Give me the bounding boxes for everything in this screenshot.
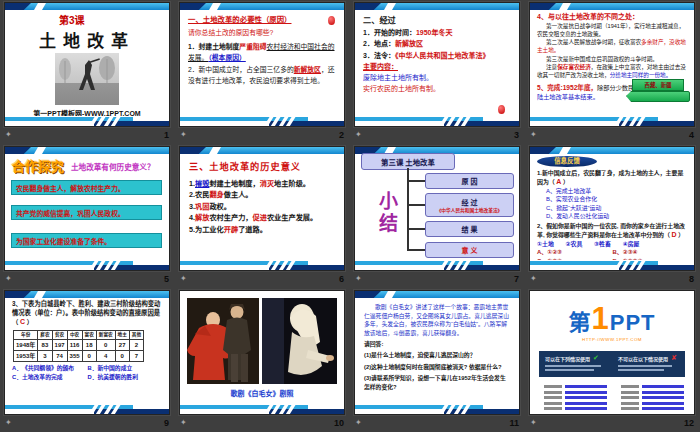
farmer-photo <box>55 53 119 105</box>
slide-thumbnail-10[interactable]: 歌剧《白毛女》剧照 <box>180 291 344 414</box>
slide-cell-6: 三、土地改革的历史意义 1.摧毁封建土地制度，消灭地主阶级。 2.农民翻身做主人… <box>175 144 350 288</box>
slide-thumbnail-5[interactable]: 合作探究 土地改革有何历史意义？ 农民翻身做主人，解放农村生产力。 共产党的威信… <box>5 147 169 270</box>
slide-thumbnail-11[interactable]: 歌剧《白毛女》讲述了这样一个故事：恶霸地主黄世仁逼死佃户杨白劳，又企图将其女儿霸… <box>355 291 519 414</box>
slide-number: 6 <box>339 274 344 284</box>
template-top-band <box>355 3 519 10</box>
link-row[interactable] <box>544 396 607 399</box>
section-heading: 三、土地改革的历史意义 <box>189 160 338 175</box>
slide-number: 7 <box>514 274 519 284</box>
template-top-band <box>530 147 694 154</box>
template-top-band <box>5 291 169 298</box>
animation-indicator-icon[interactable]: ✦ <box>5 419 12 427</box>
table-cell: 7 <box>129 350 143 361</box>
node-process: 经 过《中华人民共和国土地改革法》 <box>425 193 514 217</box>
table-cell: 83 <box>38 339 52 350</box>
connector-2 <box>407 204 425 206</box>
link-column-left <box>544 385 607 413</box>
template-top-band <box>180 147 344 154</box>
meaning-item-1: 1.摧毁封建土地制度，消灭地主阶级。 <box>189 178 338 190</box>
connector-4 <box>407 249 425 251</box>
link-row[interactable] <box>621 402 684 405</box>
template-top-band <box>530 3 694 10</box>
quiz2-items: ①土地 ②农具 ③牲畜 ④房屋 <box>537 240 688 248</box>
quiz1-option-c: C、掀起“大跃进”运动 <box>537 204 688 212</box>
slide-thumbnail-2[interactable]: 一、土地改革的必要性（原因） 请你总结土改的原因有哪些? 1．封建土地制度严重阻… <box>180 3 344 126</box>
link-row[interactable] <box>544 402 607 405</box>
slide-thumbnail-3[interactable]: 二、经过 1．开始的时间：1950年冬天 2．地点：新解放区 3．法令：《中华人… <box>355 3 519 126</box>
slide-cell-10: 歌剧《白毛女》剧照 ✦ 10 <box>175 288 350 432</box>
slide-cell-2: 一、土地改革的必要性（原因） 请你总结土改的原因有哪些? 1．封建土地制度严重阻… <box>175 0 350 144</box>
slide-number: 12 <box>684 418 694 428</box>
slide-cell-5: 合作探究 土地改革有何历史意义？ 农民翻身做主人，解放农村生产力。 共产党的威信… <box>0 144 175 288</box>
slide-number: 2 <box>339 130 344 140</box>
slide-thumbnail-1[interactable]: 第3课 土地改革 第一PPT模板网-WWW.1PPT.COM <box>5 3 169 126</box>
usage-note-line <box>618 365 672 367</box>
quiz-question-1: 1.新中国成立后，农民翻了身，成为土地的主人，主要是因为（ A ） <box>537 169 688 187</box>
slide-thumbnail-4[interactable]: 4、与以往土地改革的不同之处： 第一次是抗日战争时期（1941年），实行地主减租… <box>530 3 694 126</box>
animation-indicator-icon[interactable]: ✦ <box>530 275 537 283</box>
table-row: 1953年 3 74 355 0 4 0 7 <box>14 350 144 361</box>
link-row[interactable] <box>621 407 684 410</box>
template-bottom-band <box>180 116 344 126</box>
meaning-item-5: 5.为工业化开辟了道路。 <box>189 224 338 236</box>
discussion-question: 土地改革有何历史意义？ <box>71 161 155 172</box>
slide-thumbnail-7[interactable]: 第三课 土地改革 小结 原 因 经 过《中华人民共和国土地改革法》 结 果 意 … <box>355 147 519 270</box>
template-bottom-band <box>5 404 169 414</box>
para-third-reform: 第三次是新中国成立后巩固政权的斗争时期。 <box>537 55 688 63</box>
slide-thumbnail-8[interactable]: 信息反馈 1.新中国成立后，农民翻了身，成为土地的主人，主要是因为（ A ） A… <box>530 147 694 270</box>
slide-number: 3 <box>514 130 519 140</box>
table-cell: 18 <box>82 339 96 350</box>
table-cell: 74 <box>52 350 67 361</box>
ppt-logo: 第 1 PPT <box>530 303 694 334</box>
animation-indicator-icon[interactable]: ✦ <box>355 131 362 139</box>
animation-indicator-icon[interactable]: ✦ <box>180 419 187 427</box>
usage-banner: 可以在下列情况使用✔ 不可以在以下情况使用✘ <box>539 351 685 377</box>
animation-indicator-icon[interactable]: ✦ <box>355 275 362 283</box>
quiz1-option-d: D、发动人民公社化运动 <box>537 212 688 220</box>
slide-thumbnail-6[interactable]: 三、土地改革的历史意义 1.摧毁封建土地制度，消灭地主阶级。 2.农民翻身做主人… <box>180 147 344 270</box>
usage-note-line <box>545 365 601 367</box>
wordart-title: 合作探究 <box>12 156 64 175</box>
logo-url: HTTP://WWW.1PPT.COM <box>530 337 694 342</box>
template-bottom-band <box>355 116 519 126</box>
link-row[interactable] <box>621 391 684 394</box>
meaning-bar-1: 农民翻身做主人，解放农村生产力。 <box>11 180 162 195</box>
table-header: 其他 <box>129 330 143 339</box>
reason-item-1: 1．封建土地制度严重阻碍农村经济和中国社会的发展。（根本原因） <box>188 42 336 63</box>
animation-indicator-icon[interactable]: ✦ <box>180 131 187 139</box>
slide-cell-9: 3、下表为白城县岭下、胜利、建政三村阶级结构变动情况表（单位：户）。表中阶级结构… <box>0 288 175 432</box>
photo-caption: 歌剧《白毛女》剧照 <box>180 388 344 398</box>
table-cell: 27 <box>115 339 129 350</box>
animation-indicator-icon[interactable]: ✦ <box>530 131 537 139</box>
link-row[interactable] <box>621 396 684 399</box>
process-line-1: 1．开始的时间：1950年冬天 <box>363 27 511 38</box>
animation-indicator-icon[interactable]: ✦ <box>530 419 537 427</box>
quiz-question-3: 3、下表为白城县岭下、胜利、建政三村阶级结构变动情况表（单位：户）。表中阶级结构… <box>12 300 163 327</box>
slide-number: 5 <box>164 274 169 284</box>
quiz3-options-row-1: A．《共同纲领》的颁布B．新中国的成立 <box>12 365 163 373</box>
slide-cell-11: 歌剧《白毛女》讲述了这样一个故事：恶霸地主黄世仁逼死佃户杨白劳，又企图将其女儿霸… <box>350 288 525 432</box>
animation-indicator-icon[interactable]: ✦ <box>5 131 12 139</box>
link-row[interactable] <box>544 407 607 410</box>
animation-indicator-icon[interactable]: ✦ <box>355 419 362 427</box>
callout-box: 西藏、新疆 <box>632 79 684 91</box>
usage-note-line <box>545 369 594 371</box>
meaning-item-3: 3.巩固政权。 <box>189 201 338 213</box>
class-structure-table: 年份 雇农 贫农 中农 富农 新富农 地主 其他 1948年 83 197 11… <box>13 330 144 362</box>
slide-thumbnail-9[interactable]: 3、下表为白城县岭下、胜利、建政三村阶级结构变动情况表（单位：户）。表中阶级结构… <box>5 291 169 414</box>
table-header: 富农 <box>82 330 96 339</box>
template-bottom-band <box>180 404 344 414</box>
slide-thumbnail-12[interactable]: 第 1 PPT HTTP://WWW.1PPT.COM 可以在下列情况使用✔ 不… <box>530 291 694 414</box>
para-policy: 注意保存富农经济，在政策上中立富农，对地主由过去没收其一切财产改为没收土地，分给… <box>537 63 688 79</box>
resource-links <box>544 385 684 413</box>
animation-indicator-icon[interactable]: ✦ <box>5 275 12 283</box>
quiz1-option-b: B、实现农业合作化 <box>537 195 688 203</box>
node-meaning: 意 义 <box>425 242 514 258</box>
slide-cell-3: 二、经过 1．开始的时间：1950年冬天 2．地点：新解放区 3．法令：《中华人… <box>350 0 525 144</box>
link-row[interactable] <box>544 385 607 388</box>
link-row[interactable] <box>544 391 607 394</box>
link-row[interactable] <box>621 385 684 388</box>
section-heading: 一、土地改革的必要性（原因） <box>188 14 336 25</box>
process-line-2: 2．地点：新解放区 <box>363 38 511 49</box>
animation-indicator-icon[interactable]: ✦ <box>180 275 187 283</box>
